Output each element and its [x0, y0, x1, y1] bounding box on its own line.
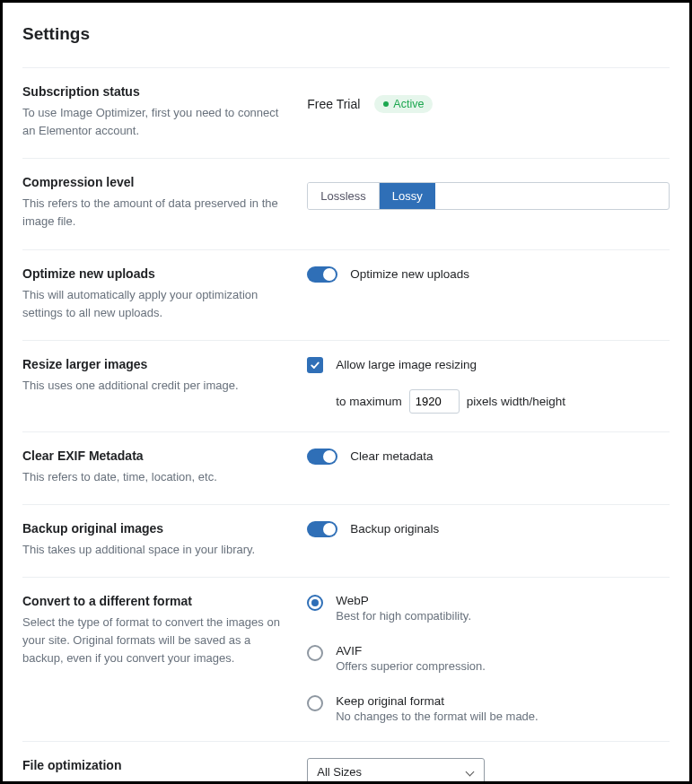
convert-title: Convert to a different format	[22, 594, 285, 608]
section-file-optimization: File optimization In addition to your or…	[22, 741, 670, 784]
resize-prefix: to maximum	[336, 395, 402, 408]
exif-toggle[interactable]	[307, 449, 337, 465]
convert-avif-desc: Offers superior compression.	[336, 659, 486, 673]
compression-desc: This refers to the amount of data preser…	[22, 195, 285, 231]
optimize-uploads-title: Optimize new uploads	[22, 266, 285, 281]
status-dot-icon	[383, 101, 389, 107]
check-icon	[310, 360, 320, 370]
convert-webp-desc: Best for high compatibility.	[336, 609, 471, 623]
convert-radio-webp[interactable]	[307, 595, 323, 611]
optimize-uploads-toggle[interactable]	[307, 266, 337, 283]
exif-toggle-label: Clear metadata	[350, 449, 433, 463]
section-optimize-uploads: Optimize new uploads This will automatic…	[22, 249, 670, 340]
resize-max-input[interactable]	[409, 389, 460, 414]
section-backup: Backup original images This takes up add…	[22, 504, 670, 577]
convert-webp-label: WebP	[336, 594, 471, 607]
convert-original-desc: No changes to the format will be made.	[336, 710, 538, 723]
section-exif: Clear EXIF Metadata This refers to date,…	[22, 431, 670, 504]
resize-desc: This uses one additional credit per imag…	[22, 377, 285, 395]
convert-radio-original[interactable]	[307, 695, 323, 711]
exif-desc: This refers to date, time, location, etc…	[22, 468, 285, 486]
file-opt-title: File optimization	[22, 758, 285, 772]
status-badge: Active	[374, 95, 433, 113]
convert-desc: Select the type of format to convert the…	[22, 614, 285, 667]
backup-toggle-label: Backup originals	[350, 522, 439, 536]
section-compression-level: Compression level This refers to the amo…	[22, 158, 670, 248]
backup-toggle[interactable]	[307, 521, 337, 537]
section-convert-format: Convert to a different format Select the…	[22, 577, 670, 741]
subscription-plan: Free Trial	[307, 97, 360, 111]
resize-suffix: pixels width/height	[467, 395, 565, 408]
file-opt-select[interactable]: All Sizes	[307, 758, 485, 784]
subscription-title: Subscription status	[22, 84, 285, 99]
chevron-down-icon	[466, 768, 475, 777]
backup-desc: This takes up additional space in your l…	[22, 541, 285, 559]
exif-title: Clear EXIF Metadata	[22, 449, 285, 463]
file-opt-select-value: All Sizes	[317, 765, 362, 779]
convert-original-label: Keep original format	[336, 694, 538, 708]
section-subscription-status: Subscription status To use Image Optimiz…	[22, 67, 670, 158]
compression-title: Compression level	[22, 175, 285, 189]
convert-avif-label: AVIF	[336, 644, 486, 658]
subscription-desc: To use Image Optimizer, first you need t…	[22, 104, 285, 140]
optimize-uploads-toggle-label: Optimize new uploads	[350, 267, 469, 281]
resize-title: Resize larger images	[22, 357, 285, 371]
status-badge-label: Active	[393, 98, 424, 110]
section-resize-images: Resize larger images This uses one addit…	[22, 340, 670, 431]
compression-lossy-button[interactable]: Lossy	[379, 183, 435, 209]
compression-button-group: Lossless Lossy	[307, 182, 670, 210]
page-title: Settings	[22, 24, 670, 44]
resize-checkbox[interactable]	[307, 357, 323, 373]
convert-radio-avif[interactable]	[307, 645, 323, 661]
optimize-uploads-desc: This will automatically apply your optim…	[22, 286, 285, 322]
file-opt-desc: In addition to your original upload, you…	[22, 778, 285, 784]
resize-check-label: Allow large image resizing	[336, 358, 477, 371]
compression-lossless-button[interactable]: Lossless	[308, 183, 379, 209]
backup-title: Backup original images	[22, 521, 285, 536]
